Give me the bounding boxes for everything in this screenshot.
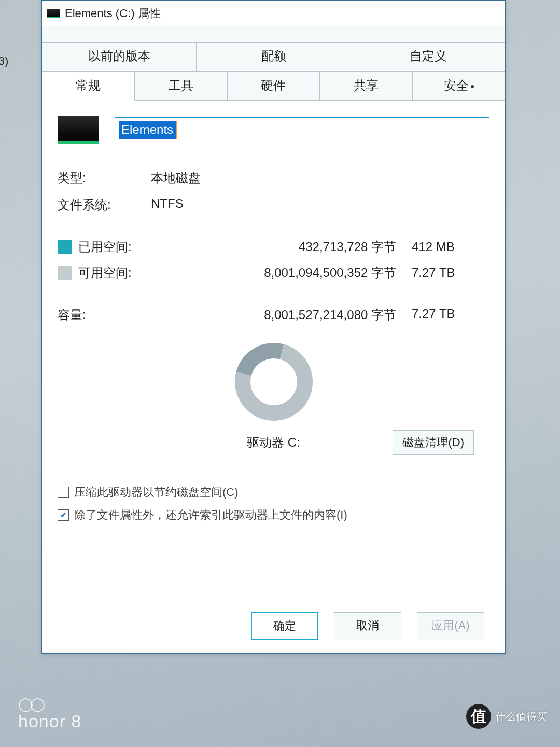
used-color-swatch: [58, 240, 72, 254]
cancel-button[interactable]: 取消: [334, 612, 401, 640]
volume-name-value: Elements: [119, 121, 177, 139]
watermark-badge-icon: 值: [466, 704, 491, 729]
volume-name-input[interactable]: Elements: [115, 117, 489, 143]
type-label: 类型:: [58, 170, 151, 186]
tab-previous-versions[interactable]: 以前的版本: [42, 42, 197, 71]
separator: [58, 472, 489, 472]
window-title: Elements (C:) 属性: [65, 6, 161, 21]
compress-label: 压缩此驱动器以节约磁盘空间(C): [74, 485, 239, 500]
watermark-text: 什么值得买: [495, 710, 547, 724]
usage-pie-chart: [220, 329, 327, 435]
dialog-button-row: 确定 取消 应用(A): [251, 612, 484, 640]
ok-button[interactable]: 确定: [251, 612, 318, 640]
fs-label: 文件系统:: [58, 197, 151, 213]
index-checkbox[interactable]: [58, 509, 69, 521]
tab-security[interactable]: 安全: [413, 72, 505, 101]
tab-hardware[interactable]: 硬件: [228, 72, 320, 101]
separator: [58, 294, 489, 294]
apply-button[interactable]: 应用(A): [417, 612, 484, 640]
separator: [58, 157, 489, 157]
used-label: 已用空间:: [78, 239, 161, 255]
used-bytes: 432,713,728 字节: [161, 239, 412, 255]
tab-sharing[interactable]: 共享: [320, 72, 413, 101]
compress-checkbox[interactable]: [58, 487, 69, 498]
properties-dialog: Elements (C:) 属性 以前的版本 配额 自定义 常规 工具 硬件 共…: [41, 0, 506, 654]
free-label: 可用空间:: [78, 265, 161, 281]
tab-quota[interactable]: 配额: [197, 42, 351, 71]
drive-icon: [47, 9, 60, 18]
phone-watermark: ◯◯ honor 8: [18, 696, 81, 731]
free-color-swatch: [58, 266, 72, 280]
site-watermark: 值 什么值得买: [466, 704, 547, 729]
fs-value: NTFS: [151, 197, 489, 213]
bg-version-text: 8.1.3): [0, 54, 8, 68]
tab-tools[interactable]: 工具: [135, 72, 228, 101]
disk-cleanup-button[interactable]: 磁盘清理(D): [393, 430, 474, 455]
index-label: 除了文件属性外，还允许索引此驱动器上文件的内容(I): [74, 507, 347, 523]
capacity-label: 容量:: [58, 307, 161, 323]
titlebar[interactable]: Elements (C:) 属性: [42, 1, 505, 26]
tab-strip: 以前的版本 配额 自定义 常规 工具 硬件 共享 安全: [42, 26, 505, 101]
drive-large-icon: [58, 116, 99, 144]
type-value: 本地磁盘: [151, 170, 489, 186]
tab-general[interactable]: 常规: [42, 72, 135, 101]
capacity-bytes: 8,001,527,214,080 字节: [161, 307, 412, 323]
free-bytes: 8,001,094,500,352 字节: [161, 265, 412, 281]
used-hr: 412 MB: [412, 240, 489, 254]
general-panel: Elements 类型: 本地磁盘 文件系统: NTFS 已用空间: 432,7…: [42, 101, 505, 651]
tab-customize[interactable]: 自定义: [351, 42, 505, 71]
drive-letter-label: 驱动器 C:: [247, 434, 300, 451]
separator: [58, 226, 489, 226]
free-hr: 7.27 TB: [412, 266, 489, 280]
capacity-hr: 7.27 TB: [412, 307, 489, 323]
